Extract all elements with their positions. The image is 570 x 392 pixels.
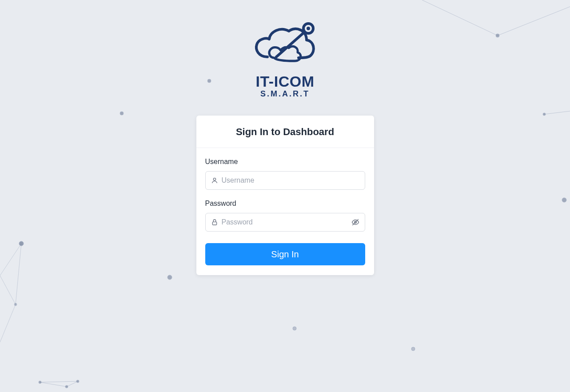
svg-rect-27: [212, 222, 216, 225]
svg-line-23: [276, 30, 307, 57]
signin-button[interactable]: Sign In: [205, 243, 365, 265]
cloud-logo-icon: [250, 22, 321, 71]
lock-icon: [211, 219, 218, 226]
svg-point-7: [293, 327, 296, 330]
username-input-wrap[interactable]: [205, 171, 365, 190]
password-input[interactable]: [218, 218, 349, 226]
svg-point-26: [213, 178, 215, 180]
card-header: Sign In to Dashboard: [196, 116, 374, 148]
logo-subtitle: S.M.A.R.T: [260, 89, 310, 99]
logo-title: IT-ICOM: [256, 73, 315, 90]
username-label: Username: [205, 158, 365, 166]
svg-point-18: [65, 385, 68, 388]
svg-point-25: [307, 27, 310, 30]
password-label: Password: [205, 200, 365, 208]
svg-point-6: [411, 347, 415, 351]
username-input[interactable]: [218, 176, 359, 184]
svg-line-15: [0, 304, 16, 342]
svg-line-22: [40, 381, 78, 382]
password-input-wrap[interactable]: [205, 213, 365, 232]
svg-point-19: [76, 380, 79, 383]
logo: IT-ICOM S.M.A.R.T: [250, 22, 321, 99]
card-title: Sign In to Dashboard: [205, 126, 365, 138]
svg-point-16: [14, 303, 17, 306]
svg-line-21: [67, 381, 78, 387]
login-card: Sign In to Dashboard Username Password: [196, 116, 374, 275]
svg-line-14: [0, 276, 16, 304]
user-icon: [211, 177, 218, 184]
eye-off-icon[interactable]: [349, 218, 359, 226]
svg-line-20: [40, 382, 67, 387]
svg-point-10: [167, 275, 172, 280]
svg-point-17: [39, 381, 41, 384]
